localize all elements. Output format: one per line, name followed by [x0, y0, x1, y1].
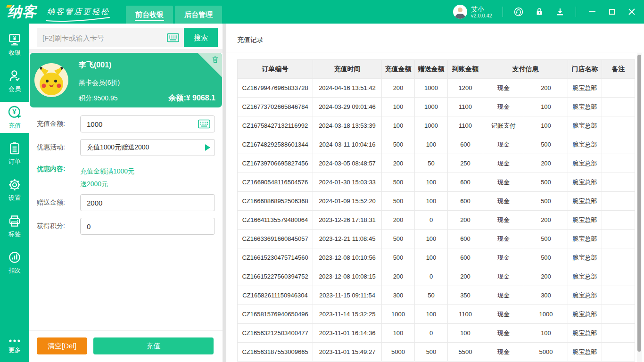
- card-search-row: 搜索: [37, 28, 218, 47]
- table-column-header: 到账金额: [448, 60, 483, 79]
- sidebar-item-more[interactable]: 更多: [0, 333, 29, 359]
- table-column-header: 门店名称: [568, 60, 602, 79]
- table-cell: 50: [415, 154, 448, 173]
- lock-icon[interactable]: [534, 7, 545, 17]
- table-cell: 100: [382, 324, 415, 343]
- table-row[interactable]: CZ167737026658467842024-03-29 09:01:4610…: [238, 98, 635, 116]
- table-cell: CZ16739706695827456: [238, 154, 313, 173]
- sidebar-item-deduct[interactable]: 扣次: [0, 247, 29, 278]
- member-name: 李飞(001): [79, 60, 111, 70]
- gain-points-row: 获得积分:: [37, 218, 215, 235]
- table-row[interactable]: CZ166336916608450572023-12-21 11:08:4550…: [238, 230, 635, 248]
- keyboard-icon[interactable]: [198, 119, 210, 129]
- sidebar-item-label-print[interactable]: 标签: [0, 211, 29, 242]
- table-cell: CZ16581576940650496: [238, 305, 313, 324]
- table-cell: [602, 79, 635, 98]
- table-cell: 现金: [483, 230, 524, 248]
- table-cell: 2024-01-30 15:03:33: [313, 173, 382, 192]
- table-row[interactable]: CZ167584271321169922024-03-18 13:53:3910…: [238, 116, 635, 135]
- table-cell: 100: [448, 324, 483, 343]
- table-cell: 现金: [483, 192, 524, 211]
- table-cell: CZ16563187553009665: [238, 343, 313, 362]
- table-cell: 200: [382, 211, 415, 230]
- clear-button[interactable]: 清空[Del]: [37, 337, 87, 354]
- section-divider-band: [29, 49, 223, 53]
- search-button[interactable]: 搜索: [184, 28, 218, 47]
- records-title: 充值记录: [237, 36, 264, 44]
- table-cell: 100: [415, 248, 448, 267]
- table-column-header: 订单编号: [238, 60, 313, 79]
- close-button[interactable]: [628, 8, 636, 16]
- orders-clipboard-icon: [8, 141, 22, 156]
- table-cell: 500: [382, 230, 415, 248]
- records-table-body: CZ167994769658337282024-04-16 13:51:4220…: [238, 79, 635, 362]
- table-row[interactable]: CZ166905481165045762024-01-30 15:03:3350…: [238, 173, 635, 192]
- table-cell: 2023-12-26 17:18:31: [313, 211, 382, 230]
- sidebar-item-settings[interactable]: 设置: [0, 174, 29, 206]
- table-cell: 500: [382, 135, 415, 154]
- promo-content-label: 优惠内容:: [37, 165, 80, 190]
- sidebar-item-label: 充值: [8, 122, 21, 130]
- table-cell: 200: [382, 154, 415, 173]
- table-row[interactable]: CZ165826111509463042023-11-15 09:11:5430…: [238, 286, 635, 305]
- top-bar: 纳客 纳客管店更轻松 前台收银 后台管理: [0, 0, 644, 24]
- table-cell: 腕宝总部: [568, 79, 602, 98]
- table-cell: 100: [415, 230, 448, 248]
- user-avatar: [453, 5, 467, 19]
- user-chip[interactable]: 艾小 v2.0.0.42: [453, 5, 492, 19]
- table-row[interactable]: CZ166152275603947522023-12-08 10:08:1520…: [238, 267, 635, 286]
- promo-content-line1: 充值金额满1000元: [80, 165, 134, 178]
- table-cell: 100: [382, 116, 415, 135]
- keyboard-icon[interactable]: [167, 33, 179, 42]
- table-cell: 腕宝总部: [568, 343, 602, 362]
- table-cell: [602, 305, 635, 324]
- recharge-submit-button[interactable]: 充值: [93, 337, 214, 354]
- recharge-amount-input[interactable]: [80, 115, 215, 132]
- card-search-input[interactable]: [42, 34, 167, 42]
- promo-activity-select[interactable]: 充值1000元赠送2000: [80, 139, 215, 156]
- table-cell: CZ16563212503400477: [238, 324, 313, 343]
- table-cell: 2023-11-01 16:14:36: [313, 324, 382, 343]
- table-row[interactable]: CZ165631875530096652023-11-01 15:49:2750…: [238, 343, 635, 362]
- table-row[interactable]: CZ167482925886013442024-03-11 10:04:1650…: [238, 135, 635, 154]
- table-row[interactable]: CZ166608689525063682024-01-09 15:52:2050…: [238, 192, 635, 211]
- sidebar-item-recharge[interactable]: ¥ 充值: [0, 102, 29, 133]
- download-icon[interactable]: [555, 7, 565, 17]
- tab-front-cashier[interactable]: 前台收银: [126, 6, 173, 24]
- tab-backend-management[interactable]: 后台管理: [175, 6, 222, 24]
- table-row[interactable]: CZ165632125034004772023-11-01 16:14:3610…: [238, 324, 635, 343]
- table-scrollbar-thumb[interactable]: [637, 55, 641, 352]
- table-row[interactable]: CZ167397066958274562024-03-05 08:48:5720…: [238, 154, 635, 173]
- sidebar-item-cashier[interactable]: ¥ 收银: [0, 29, 29, 60]
- table-cell: 现金: [483, 305, 524, 324]
- table-cell: 现金: [483, 286, 524, 305]
- table-cell: 2023-12-08 10:08:15: [313, 267, 382, 286]
- table-cell: 1200: [448, 79, 483, 98]
- table-row[interactable]: CZ166152304757145602023-12-08 10:10:5650…: [238, 248, 635, 267]
- table-cell: CZ16615227560394752: [238, 267, 313, 286]
- table-cell: 1000: [382, 305, 415, 324]
- table-cell: 2024-03-29 09:01:46: [313, 98, 382, 116]
- table-row[interactable]: CZ167994769658337282024-04-16 13:51:4220…: [238, 79, 635, 98]
- sidebar-item-orders[interactable]: 订单: [0, 138, 29, 169]
- gain-points-input[interactable]: [80, 218, 215, 235]
- table-row[interactable]: CZ166411355794800642023-12-26 17:18:3120…: [238, 211, 635, 230]
- gift-amount-input[interactable]: [80, 194, 215, 211]
- table-cell: 600: [448, 248, 483, 267]
- table-cell: CZ16799476965833728: [238, 79, 313, 98]
- brand-tagline: 纳客管店更轻松: [47, 7, 110, 17]
- gift-amount-row: 赠送金额:: [37, 194, 215, 211]
- svg-text:¥: ¥: [12, 108, 17, 115]
- maximize-button[interactable]: [608, 8, 616, 16]
- table-cell: [602, 98, 635, 116]
- sidebar-item-member[interactable]: 会员: [0, 66, 29, 97]
- table-cell: 300: [382, 286, 415, 305]
- table-row[interactable]: CZ165815769406504962023-11-14 15:32:2510…: [238, 305, 635, 324]
- topbar-divider: [576, 7, 576, 17]
- minimize-button[interactable]: [588, 8, 596, 16]
- customer-service-icon[interactable]: [513, 7, 524, 17]
- table-cell: 5000: [524, 343, 568, 362]
- table-cell: 200: [524, 79, 568, 98]
- table-cell: 200: [524, 211, 568, 230]
- remove-member-trash-icon[interactable]: [211, 55, 219, 64]
